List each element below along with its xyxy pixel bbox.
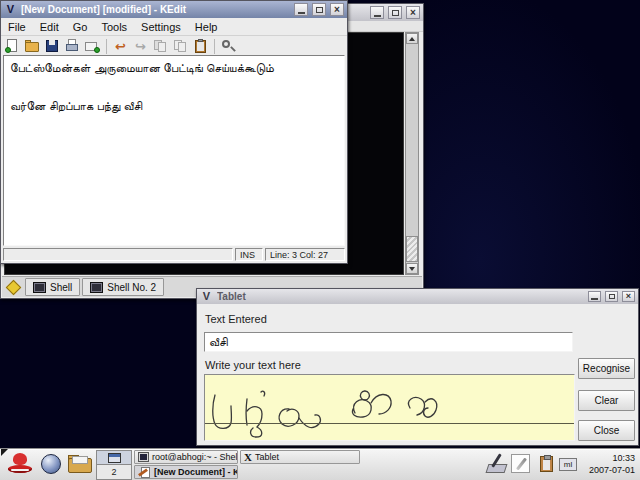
close-button[interactable]: Close — [578, 420, 635, 441]
find-icon[interactable] — [220, 38, 237, 54]
kedit-titlebar[interactable]: V [New Document] [modified] - KEdit × — [1, 1, 347, 18]
panel-hide-icon[interactable] — [1, 449, 8, 456]
x11-icon: X — [244, 451, 252, 463]
kedit-close-icon[interactable]: × — [330, 3, 344, 16]
task-konsole[interactable]: root@abhogi:~ - Shell - Konso — [134, 450, 238, 464]
baseline-rule — [205, 423, 574, 424]
menu-tools[interactable]: Tools — [94, 20, 134, 34]
kedit-text-area[interactable]: பேட்ஸ்மேன்கள் அருமையான பேட்டிங் செய்யக்க… — [3, 55, 345, 246]
kedit-menubar: File Edit Go Tools Settings Help — [1, 18, 347, 36]
task-tablet-label: Tablet — [255, 452, 279, 462]
clock-date: 2007-07-01 — [585, 464, 635, 476]
recognise-button[interactable]: Recognise — [578, 358, 635, 379]
text-entered-input[interactable] — [204, 332, 573, 352]
kedit-window: V [New Document] [modified] - KEdit × Fi… — [0, 0, 348, 264]
browser-globe-icon[interactable] — [41, 454, 61, 474]
menu-file[interactable]: File — [1, 20, 33, 34]
open-icon[interactable] — [24, 38, 41, 54]
konsole-minimize-icon[interactable] — [370, 6, 384, 19]
menu-settings[interactable]: Settings — [134, 20, 188, 34]
redhat-menu-icon[interactable] — [8, 453, 32, 475]
kedit-app-icon: V — [4, 3, 17, 16]
clipboard-icon[interactable] — [192, 38, 209, 54]
tablet-title: Tablet — [217, 291, 584, 302]
new-document-icon[interactable] — [4, 38, 21, 54]
copy-icon[interactable] — [152, 38, 169, 54]
tab-shell-2[interactable]: Shell No. 2 — [82, 278, 164, 296]
toolbar-separator — [214, 39, 215, 54]
tablet-app-icon: V — [200, 290, 213, 303]
kedit-statusbar: INS Line: 3 Col: 27 — [2, 247, 346, 262]
konsole-scrollbar[interactable] — [405, 32, 419, 275]
terminal-icon — [90, 282, 103, 293]
print-icon[interactable] — [64, 38, 81, 54]
tab-shell-label: Shell — [50, 282, 72, 293]
status-cursor-position: Line: 3 Col: 27 — [265, 248, 345, 261]
tab-shell-2-label: Shell No. 2 — [107, 282, 156, 293]
terminal-icon — [33, 282, 46, 293]
konsole-close-icon[interactable]: × — [406, 6, 420, 19]
klipper-icon[interactable] — [540, 456, 553, 472]
tablet-titlebar[interactable]: V Tablet × — [197, 289, 638, 304]
save-icon[interactable] — [44, 38, 61, 54]
desktop[interactable]: × Shell Shell No. 2 V [New Document] [mo… — [0, 0, 640, 480]
desktop-pager: 2 — [96, 450, 132, 480]
status-insert-mode: INS — [235, 248, 263, 261]
handwriting-pad[interactable] — [204, 374, 575, 441]
new-session-icon[interactable] — [6, 279, 22, 295]
task-tablet[interactable]: X Tablet — [240, 450, 360, 464]
tablet-maximize-icon[interactable] — [605, 291, 618, 302]
tablet-close-icon[interactable]: × — [622, 291, 635, 302]
redo-icon[interactable]: ↪ — [132, 38, 149, 54]
clock-time: 10:33 — [585, 452, 635, 464]
document-line-2 — [10, 78, 338, 97]
menu-edit[interactable]: Edit — [33, 20, 66, 34]
text-entered-label: Text Entered — [205, 313, 267, 325]
paste-icon[interactable] — [172, 38, 189, 54]
pager-window-icon — [108, 453, 121, 463]
keyboard-layout-indicator[interactable]: ml — [559, 458, 577, 471]
task-kedit[interactable]: [New Document] - KEdit — [134, 465, 238, 479]
tablet-window: V Tablet × Text Entered Write your text … — [196, 288, 639, 446]
home-folder-icon[interactable] — [68, 454, 90, 473]
undo-icon[interactable]: ↩ — [112, 38, 129, 54]
pager-workspace-2[interactable]: 2 — [97, 465, 131, 479]
document-line-1: பேட்ஸ்மேன்கள் அருமையான பேட்டிங் செய்யக்க… — [10, 59, 338, 78]
task-konsole-label: root@abhogi:~ - Shell - Konso — [152, 452, 238, 462]
status-message — [3, 248, 233, 261]
toolbar-separator — [106, 39, 107, 54]
kedit-title: [New Document] [modified] - KEdit — [21, 4, 290, 15]
pager-workspace-1[interactable] — [97, 451, 131, 465]
scroll-down-icon[interactable] — [406, 263, 418, 274]
menu-go[interactable]: Go — [66, 20, 95, 34]
scroll-up-icon[interactable] — [406, 33, 418, 44]
mail-send-icon[interactable] — [84, 38, 101, 54]
kedit-minimize-icon[interactable] — [294, 3, 308, 16]
task-kedit-label: [New Document] - KEdit — [154, 467, 238, 477]
kedit-toolbar: ↩ ↪ — [1, 36, 347, 56]
clock[interactable]: 10:33 2007-07-01 — [585, 452, 635, 476]
document-line-3: வர்னே சிறப்பாக பந்து வீசி — [10, 97, 338, 116]
menu-help[interactable]: Help — [188, 20, 225, 34]
write-here-label: Write your text here — [205, 359, 301, 371]
pen-tray-icon[interactable] — [511, 454, 530, 473]
stylus-tray-icon[interactable] — [487, 453, 507, 475]
taskbar: 2 root@abhogi:~ - Shell - Konso X Tablet… — [0, 448, 640, 480]
tab-shell[interactable]: Shell — [25, 278, 80, 296]
kedit-task-icon — [138, 467, 151, 478]
handwriting-strokes — [205, 375, 572, 438]
konsole-task-icon — [138, 452, 149, 462]
clear-button[interactable]: Clear — [578, 390, 635, 411]
tablet-minimize-icon[interactable] — [588, 291, 601, 302]
kedit-maximize-icon[interactable] — [312, 3, 326, 16]
scroll-thumb[interactable] — [406, 236, 418, 262]
konsole-maximize-icon[interactable] — [388, 6, 402, 19]
